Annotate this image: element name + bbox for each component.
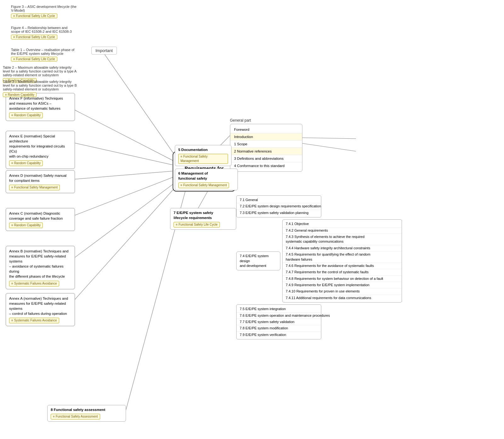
- fig3-tag: ≡ Functional Safety Life Cycle: [11, 14, 57, 18]
- introduction-item[interactable]: Introduction: [230, 133, 302, 141]
- conformance-item[interactable]: 4 Conformance to this standard: [230, 162, 302, 169]
- annexC-tag: Random Capability: [9, 222, 43, 228]
- sec74-group: 7.4 E/E/PE system designand development …: [236, 219, 402, 303]
- svg-line-14: [302, 143, 356, 151]
- sec749[interactable]: 7.4.9 Requirements for E/E/PE system imp…: [283, 282, 402, 288]
- doc6-box[interactable]: 6 Management of functional safety Functi…: [175, 169, 238, 190]
- sec745[interactable]: 7.4.5 Requirements for quantifying the e…: [283, 251, 402, 263]
- annexA-node: Annex A (normative) Techniques and measu…: [6, 293, 75, 326]
- svg-line-7: [69, 176, 175, 217]
- fig3-title: Figure 3 – ASIC development lifecycle (t…: [11, 5, 77, 12]
- svg-line-8: [69, 171, 172, 180]
- sec748[interactable]: 7.4.8 Requirements for system behaviour …: [283, 276, 402, 282]
- general-part-label: General part: [230, 118, 302, 123]
- svg-line-9: [69, 142, 172, 165]
- sec7410[interactable]: 7.4.10 Requirements for proven in use el…: [283, 288, 402, 295]
- annexC-box[interactable]: Annex C (normative) Diagnostic coverage …: [6, 208, 75, 231]
- doc8-node: 8 Functional safety assessment Functiona…: [47, 405, 126, 422]
- sec75[interactable]: 7.5 E/E/PE system integration: [237, 306, 321, 312]
- annexF-title: Annex F (informative) Techniques and mea…: [9, 96, 72, 111]
- fig3-group: Figure 3 – ASIC development lifecycle (t…: [11, 5, 77, 18]
- annexE-node: Annex E (normative) Special architecture…: [6, 131, 75, 169]
- annexD-title: Annex D (normative) Safety manual for co…: [9, 173, 72, 183]
- annexD-tag: Functional Safety Management: [9, 185, 60, 190]
- annexA-title: Annex A (normative) Techniques and measu…: [9, 296, 72, 316]
- annexB-box[interactable]: Annex B (normative) Techniques and measu…: [6, 246, 75, 289]
- doc6-node: 6 Management of functional safety Functi…: [175, 169, 238, 190]
- table1-group: Table 1 – Overview – realisation phase o…: [11, 48, 77, 61]
- annexF-node: Annex F (informative) Techniques and mea…: [6, 93, 75, 121]
- sec79[interactable]: 7.9 E/E/PE system verification: [237, 332, 321, 338]
- svg-line-13: [302, 138, 356, 139]
- sec71[interactable]: 7.1 General: [237, 197, 321, 203]
- annexC-title: Annex C (normative) Diagnostic coverage …: [9, 211, 72, 221]
- sec72[interactable]: 7.2 E/E/PE system design requirements sp…: [237, 203, 321, 210]
- doc8-box[interactable]: 8 Functional safety assessment Functiona…: [47, 405, 126, 422]
- sec77[interactable]: 7.7 E/E/PE system safety validation: [237, 319, 321, 325]
- doc5-title: 5 Documentation: [178, 147, 228, 152]
- sec746[interactable]: 7.4.6 Requirements for the avoidance of …: [283, 263, 402, 269]
- sec74-label: 7.4 E/E/PE system designand development: [240, 254, 277, 268]
- doc7-box[interactable]: 7 E/E/PE system safety lifecycle require…: [170, 208, 236, 230]
- sec744[interactable]: 7.4.4 Hardware safety integrity architec…: [283, 245, 402, 251]
- fig4-tag: ≡ Functional Safety Life Cycle: [11, 35, 57, 39]
- sec743[interactable]: 7.4.3 Synthesis of elements to achieve t…: [283, 234, 402, 245]
- doc5-box[interactable]: 5 Documentation Functional Safety Manage…: [175, 145, 232, 166]
- annexE-box[interactable]: Annex E (normative) Special architecture…: [6, 131, 75, 169]
- sec74-label-box: 7.4 E/E/PE system designand development: [236, 219, 280, 303]
- annexE-tag: Random Capability: [9, 160, 43, 166]
- table1-title: Table 1 – Overview – realisation phase o…: [11, 48, 77, 55]
- annexA-box[interactable]: Annex A (normative) Techniques and measu…: [6, 293, 75, 326]
- sec78[interactable]: 7.8 E/E/PE system modification: [237, 325, 321, 332]
- table3-tag: ≡ Random Capability: [3, 92, 37, 97]
- table2-title: Table 2 – Maximum allowable safety integ…: [3, 66, 78, 77]
- sec747[interactable]: 7.4.7 Requirements for the control of sy…: [283, 269, 402, 275]
- annexC-node: Annex C (normative) Diagnostic coverage …: [6, 208, 75, 231]
- sec73[interactable]: 7.3 E/E/PE system safety validation plan…: [237, 210, 321, 216]
- svg-line-6: [69, 183, 175, 262]
- sec7411[interactable]: 7.4.11 Additional requirements for data …: [283, 295, 402, 301]
- doc6-tag: Functional Safety Management: [178, 182, 229, 188]
- doc5-node: 5 Documentation Functional Safety Manage…: [175, 145, 232, 166]
- doc6-title: 6 Management of functional safety: [178, 171, 234, 181]
- general-part-group: General part Foreword Introduction 1 Sco…: [230, 118, 302, 172]
- doc5-tag: Functional Safety Management: [178, 154, 228, 164]
- table3-group: Table 3 – Maximum allowable safety integ…: [3, 80, 78, 97]
- annexF-box[interactable]: Annex F (informative) Techniques and mea…: [6, 93, 75, 121]
- annexF-tag: Random Capability: [9, 113, 43, 118]
- annexE-title: Annex E (normative) Special architecture…: [9, 134, 72, 159]
- sec76[interactable]: 7.6 E/E/PE system operation and maintena…: [237, 313, 321, 319]
- foreword-item[interactable]: Foreword: [230, 126, 302, 133]
- sec7-bottom-list: 7.5 E/E/PE system integration 7.6 E/E/PE…: [236, 304, 321, 339]
- fig4-group: Figure 4 – Relationship between and scop…: [11, 26, 77, 39]
- svg-line-5: [69, 186, 176, 306]
- scope-item[interactable]: 1 Scope: [230, 141, 302, 148]
- sec74-sub-list: 7.4.1 Objective 7.4.2 General requiremen…: [282, 219, 402, 303]
- doc7-title: 7 E/E/PE system safety lifecycle require…: [174, 210, 233, 220]
- doc8-tag: Functional Safety Assessment: [51, 414, 100, 419]
- sec741[interactable]: 7.4.1 Objective: [283, 221, 402, 227]
- important-label: Important: [91, 47, 117, 55]
- annexD-box[interactable]: Annex D (normative) Safety manual for co…: [6, 170, 75, 193]
- sec742[interactable]: 7.4.2 General requirements: [283, 228, 402, 234]
- fig4-title: Figure 4 – Relationship between and scop…: [11, 26, 77, 33]
- table3-title: Table 3 – Maximum allowable safety integ…: [3, 80, 78, 91]
- annexB-node: Annex B (normative) Techniques and measu…: [6, 246, 75, 289]
- doc7-node: 7 E/E/PE system safety lifecycle require…: [170, 208, 236, 230]
- svg-line-11: [101, 49, 176, 158]
- annexB-tag: Systematic Failures Avoidance: [9, 281, 59, 286]
- sec7-top-list: 7.1 General 7.2 E/E/PE system design req…: [236, 195, 321, 217]
- annexA-tag: Systematic Failures Avoidance: [9, 318, 59, 323]
- important-box: Important: [91, 47, 117, 55]
- annexB-title: Annex B (normative) Techniques and measu…: [9, 249, 72, 279]
- doc7-tag: Functional Safety Life Cycle: [174, 222, 220, 228]
- table1-tag: ≡ Functional Safety Life Cycle: [11, 57, 57, 61]
- general-part-list: Foreword Introduction 1 Scope 2 Normativ…: [230, 124, 302, 172]
- annexD-node: Annex D (normative) Safety manual for co…: [6, 170, 75, 193]
- definitions-item[interactable]: 3 Definitions and abbreviations: [230, 155, 302, 162]
- sec7-group: 7.1 General 7.2 E/E/PE system design req…: [236, 195, 402, 339]
- normative-ref-item[interactable]: 2 Normative references: [230, 148, 302, 155]
- sec74-box[interactable]: 7.4 E/E/PE system designand development: [236, 251, 280, 270]
- doc8-title: 8 Functional safety assessment: [51, 407, 123, 412]
- svg-line-10: [69, 107, 173, 161]
